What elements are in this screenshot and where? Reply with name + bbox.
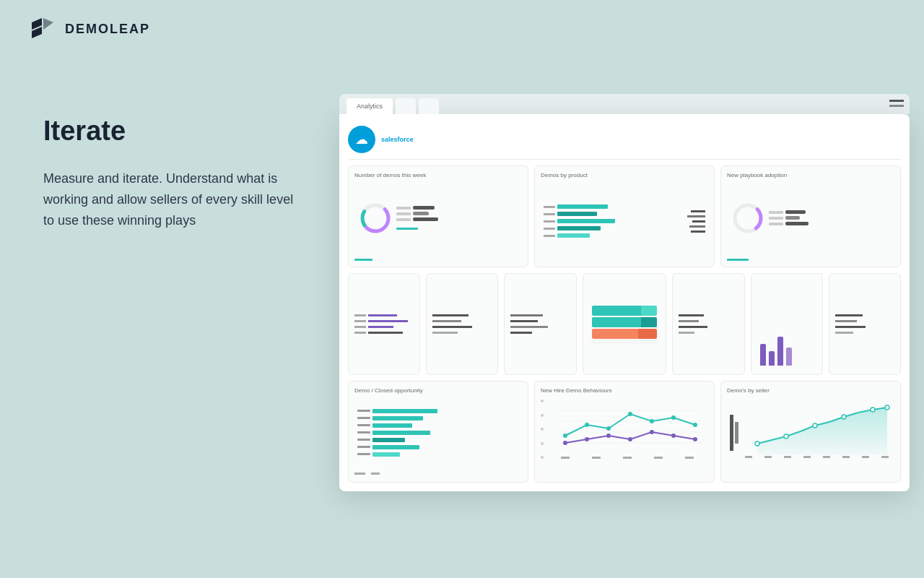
svg-point-19 (628, 437, 632, 441)
line (689, 225, 705, 228)
line (432, 332, 458, 334)
svg-point-12 (628, 412, 632, 416)
bar-seg-dark-teal (641, 317, 657, 327)
line (835, 314, 863, 316)
svg-point-20 (650, 430, 654, 434)
right-lines (687, 184, 705, 258)
tab-3[interactable] (419, 98, 439, 114)
x-lbl (764, 456, 772, 458)
area-chart-svg (738, 397, 901, 454)
hbar-fill (372, 452, 400, 457)
bar-fill (413, 217, 438, 221)
lbl (354, 314, 366, 316)
svg-point-17 (585, 437, 589, 441)
tab-2[interactable] (396, 98, 416, 114)
seg (368, 320, 408, 322)
page-title: Iterate (43, 116, 303, 147)
lbl (354, 326, 366, 328)
bar-seg-teal (592, 306, 641, 316)
svg-point-18 (606, 434, 611, 438)
demoleap-logo-icon (29, 17, 58, 42)
hbar (544, 233, 683, 238)
y-dot (541, 442, 544, 445)
hbar-lbl (357, 410, 370, 412)
hbar-item (357, 431, 519, 435)
bar-fill (785, 222, 808, 225)
line (432, 320, 461, 322)
line (432, 326, 472, 328)
bottom-labels (354, 471, 522, 476)
bar-label (769, 223, 783, 225)
label (544, 213, 555, 215)
bar-label (769, 217, 783, 220)
line (679, 326, 707, 328)
right-lines-7 (835, 280, 894, 368)
sf-cloud-icon: ☁ (355, 131, 368, 147)
bar-fill (413, 212, 429, 215)
hbar-fill (372, 416, 423, 420)
line-rows (354, 280, 414, 368)
tab-analytics[interactable]: Analytics (346, 98, 393, 114)
sf-header: ☁ salesforce (348, 123, 901, 160)
donut-svg-1 (357, 200, 393, 236)
label (544, 206, 555, 208)
bar-row (396, 206, 516, 210)
stacked-bars (589, 280, 661, 368)
line (679, 314, 704, 316)
sf-logo: ☁ (348, 126, 375, 153)
page-description: Measure and iterate. Understand what is … (43, 168, 303, 230)
line (691, 210, 705, 212)
card-demo-closed: Demo / Closed opportunity (348, 381, 528, 483)
line (835, 320, 857, 322)
label (544, 228, 555, 230)
svg-point-15 (693, 423, 697, 427)
line (835, 332, 853, 334)
header: DEMOLEAP (0, 0, 924, 58)
card-row2-1 (348, 273, 420, 375)
card-demo-closed-title: Demo / Closed opportunity (354, 387, 522, 394)
card3-title: New playbook adoption (727, 172, 894, 178)
card-new-hire-title: New Hire Demo Behaviours (541, 387, 708, 394)
tab-bar: Analytics (339, 94, 910, 114)
metrics-row-1: Number of demos this week (348, 165, 901, 267)
x-lbl (881, 456, 889, 458)
hbar (544, 204, 683, 209)
bar-seg-teal (592, 317, 642, 327)
card-demos-week: Number of demos this week (348, 165, 528, 267)
card-bottom-accent (727, 259, 749, 261)
vbar (777, 337, 783, 366)
bar (557, 219, 615, 223)
y-dot (541, 428, 544, 431)
line (679, 320, 699, 322)
demos-product-content (541, 181, 708, 261)
svg-point-25 (784, 434, 788, 439)
donut-chart-1 (354, 181, 522, 254)
seg (368, 332, 403, 334)
hbar-lbl (357, 439, 370, 441)
vbar (769, 351, 775, 366)
x-axis-seller (738, 456, 894, 458)
x-axis (549, 457, 705, 459)
svg-point-14 (671, 415, 676, 420)
x-lbl (561, 457, 570, 459)
bar-row (396, 212, 516, 215)
line-row (354, 332, 414, 334)
x-lbl (745, 456, 752, 458)
x-lbl (803, 456, 811, 458)
hbar-lbl (357, 417, 370, 419)
bottom-lbl (354, 473, 365, 475)
svg-marker-23 (757, 407, 887, 454)
y-dot (541, 400, 544, 402)
bar-v (730, 415, 733, 451)
bar-row (769, 210, 889, 214)
line (692, 220, 705, 223)
svg-point-26 (813, 423, 817, 428)
x-lbl (842, 456, 850, 458)
hbar-fill (372, 431, 430, 435)
x-lbl (862, 456, 869, 458)
bar (557, 226, 601, 230)
new-hire-chart (541, 397, 708, 476)
y-dot (541, 456, 544, 459)
line (691, 230, 705, 233)
bar-label (396, 218, 411, 221)
